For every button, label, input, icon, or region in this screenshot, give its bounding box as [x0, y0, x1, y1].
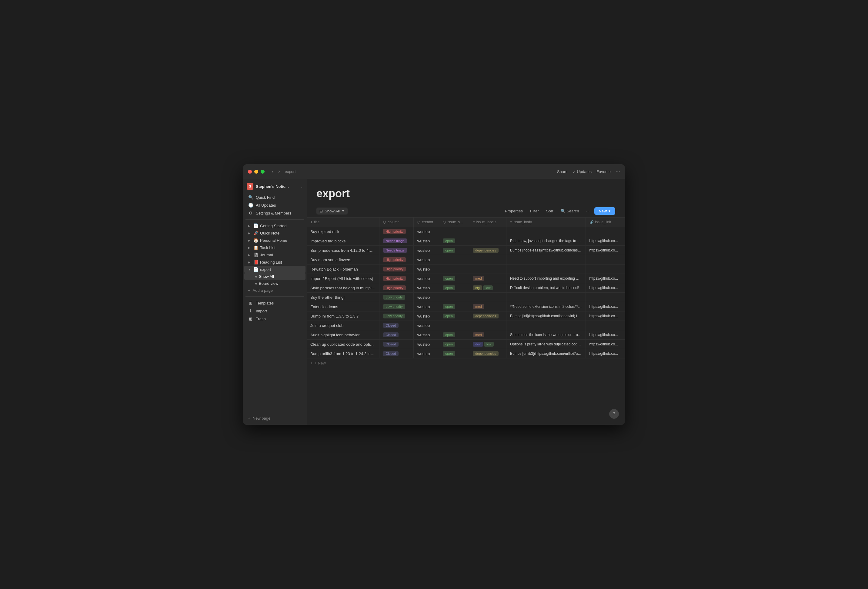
table-row[interactable]: Bump ini from 1.3.5 to 1.3.7Low priority… [307, 311, 625, 321]
cell-issue-body [506, 264, 586, 274]
cell-creator: wustep [414, 246, 439, 255]
help-button[interactable]: ? [609, 409, 619, 419]
cell-title: Bump urllib3 from 1.23 to 1.24.2 in /cra… [307, 349, 379, 359]
user-name: Stephen's Notic... [256, 184, 298, 189]
user-profile[interactable]: S Stephen's Notic... ⌄ [243, 181, 307, 192]
cell-issue-state: open [439, 330, 469, 340]
cell-issue-link[interactable]: https://github.co... [586, 302, 625, 311]
sidebar-item-templates[interactable]: ⊞ Templates [244, 299, 306, 307]
bullet-icon [255, 276, 257, 278]
updates-button[interactable]: ✓ Updates [573, 169, 592, 174]
properties-button[interactable]: Properties [502, 208, 525, 214]
sidebar-item-settings[interactable]: ⚙ Settings & Members [244, 209, 306, 217]
cell-issue-link[interactable]: https://github.co... [586, 311, 625, 321]
table-row[interactable]: Audit highlight icon behaviorClosedwuste… [307, 330, 625, 340]
search-icon: 🔍 [561, 209, 565, 213]
sidebar-item-board-view[interactable]: Board view [244, 280, 306, 287]
app-window: ‹ › export Share ✓ Updates Favorite ··· … [243, 164, 625, 425]
sidebar-item-all-updates[interactable]: 🕐 All Updates [244, 201, 306, 209]
new-page-button[interactable]: + New page [244, 414, 306, 422]
cell-creator: wustep [414, 293, 439, 302]
cell-issue-link[interactable]: https://github.co... [586, 283, 625, 293]
cell-column: Needs triage [379, 246, 414, 255]
sidebar-item-journal[interactable]: ▶ 📓 Journal [244, 251, 306, 258]
sidebar-item-trash[interactable]: 🗑 Trash [244, 315, 306, 323]
cell-column: High priority [379, 264, 414, 274]
sidebar-item-quick-find[interactable]: 🔍 Quick Find [244, 193, 306, 201]
cell-issue-link[interactable] [586, 321, 625, 330]
share-button[interactable]: Share [557, 169, 568, 174]
sidebar-item-personal-home[interactable]: ▶ 🏠 Personal Home [244, 237, 306, 244]
show-all-button[interactable]: ⊞ Show All ▼ [316, 208, 348, 214]
cell-creator: wustep [414, 255, 439, 264]
cell-issue-link[interactable]: https://github.co... [586, 349, 625, 359]
table-row[interactable]: Buy the other thing!Low prioritywustep [307, 293, 625, 302]
collapse-arrow-icon: ▶ [248, 246, 252, 249]
gear-icon: ⚙ [248, 211, 253, 216]
search-button[interactable]: 🔍 Search [558, 208, 582, 214]
chevron-down-icon: ▼ [608, 210, 611, 213]
cell-issue-state [439, 321, 469, 330]
close-button[interactable] [248, 170, 252, 174]
table-row[interactable]: Join a croquet clubClosedwustep [307, 321, 625, 330]
table-row[interactable]: Bump node-sass from 4.12.0 to 4.14.1Need… [307, 246, 625, 255]
cell-issue-link[interactable]: https://github.co... [586, 340, 625, 349]
table-row[interactable]: Import / Export (All Lists with colors)H… [307, 274, 625, 283]
sidebar-item-show-all[interactable]: Show All [244, 273, 306, 280]
table-row[interactable]: Clean up duplicated code and options.jsC… [307, 340, 625, 349]
cell-issue-link[interactable]: https://github.co... [586, 274, 625, 283]
breadcrumb: export [285, 169, 296, 174]
cell-column: Low priority [379, 302, 414, 311]
table-container[interactable]: Ttitle ⬡column ⬡creator ⬡issue_s... ≡iss… [307, 217, 625, 425]
new-record-button[interactable]: New ▼ [594, 207, 615, 215]
forward-button[interactable]: › [277, 168, 281, 175]
more-options-button[interactable]: ··· [616, 168, 620, 175]
sidebar-item-export[interactable]: ▼ 📄 export [244, 266, 306, 273]
table-row[interactable]: Buy mom some flowersHigh prioritywustep [307, 255, 625, 264]
minimize-button[interactable] [254, 170, 258, 174]
cell-issue-labels [469, 236, 506, 246]
cell-issue-state: open [439, 349, 469, 359]
cell-issue-link[interactable] [586, 293, 625, 302]
cell-issue-link[interactable] [586, 264, 625, 274]
sidebar: S Stephen's Notic... ⌄ 🔍 Quick Find 🕐 Al… [243, 179, 307, 425]
cell-issue-link[interactable]: https://github.co... [586, 330, 625, 340]
back-button[interactable]: ‹ [271, 168, 275, 175]
sidebar-item-getting-started[interactable]: ▶ 📄 Getting Started [244, 222, 306, 229]
sidebar-item-import[interactable]: ⤓ Import [244, 307, 306, 315]
cell-creator: wustep [414, 311, 439, 321]
collapse-arrow-icon: ▶ [248, 232, 252, 235]
cell-issue-link[interactable] [586, 227, 625, 236]
clock-icon: 🕐 [248, 203, 253, 208]
sidebar-item-reading-list[interactable]: ▶ 📕 Reading List [244, 258, 306, 266]
avatar: S [247, 183, 253, 190]
cell-creator: wustep [414, 349, 439, 359]
traffic-lights [248, 170, 264, 174]
more-options-button[interactable]: ··· [584, 208, 592, 214]
table-row[interactable]: Bump urllib3 from 1.23 to 1.24.2 in /cra… [307, 349, 625, 359]
cell-title: Buy expired milk [307, 227, 379, 236]
fullscreen-button[interactable] [261, 170, 264, 174]
sidebar-item-quick-note[interactable]: ▶ 🚀 Quick Note [244, 229, 306, 237]
cell-title: Bump ini from 1.3.5 to 1.3.7 [307, 311, 379, 321]
sidebar-item-task-list[interactable]: ▶ 📋 Task List [244, 244, 306, 251]
toolbar-right: Properties Filter Sort 🔍 Search ··· New … [502, 207, 615, 215]
table-row[interactable]: Buy expired milkHigh prioritywustep [307, 227, 625, 236]
cell-issue-link[interactable]: https://github.co... [586, 246, 625, 255]
cell-issue-link[interactable]: https://github.co... [586, 236, 625, 246]
content-wrapper: Ttitle ⬡column ⬡creator ⬡issue_s... ≡iss… [307, 217, 625, 425]
table-row[interactable]: Improved tag blocksNeeds triagewustepope… [307, 236, 625, 246]
add-page-button[interactable]: + Add a page [244, 287, 306, 294]
cell-creator: wustep [414, 302, 439, 311]
cell-issue-body [506, 227, 586, 236]
cell-issue-link[interactable] [586, 255, 625, 264]
add-row-button[interactable]: + + New [307, 359, 625, 368]
cell-title: Style phrases that belong in multiple li… [307, 283, 379, 293]
sort-button[interactable]: Sort [544, 208, 556, 214]
favorite-button[interactable]: Favorite [596, 169, 611, 174]
table-row[interactable]: Rewatch Bojack HorsemanHigh prioritywust… [307, 264, 625, 274]
table-row[interactable]: Style phrases that belong in multiple li… [307, 283, 625, 293]
table-row[interactable]: Extension IconsLow prioritywustepopenmed… [307, 302, 625, 311]
cell-issue-state: open [439, 246, 469, 255]
filter-button[interactable]: Filter [528, 208, 541, 214]
